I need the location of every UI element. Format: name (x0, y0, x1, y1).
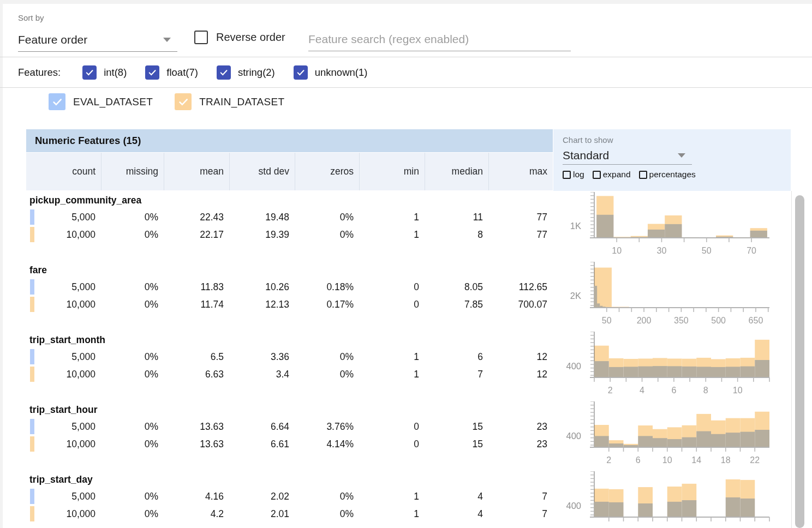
x-axis-label: 50 (702, 246, 712, 255)
x-axis-label: 6 (671, 386, 676, 395)
legend-swatch-eval (30, 279, 34, 295)
stat-median: 7.85 (425, 296, 488, 313)
checkmark-icon (85, 68, 94, 77)
stat-zeros: 4.14% (295, 435, 359, 453)
page-top-border (0, 0, 812, 4)
stat-min: 1 (359, 505, 425, 523)
chart-toggle-expand[interactable]: expand (593, 170, 631, 179)
feature-type-checkbox-unknown1[interactable]: unknown(1) (294, 65, 368, 80)
stat-max: 7 (488, 505, 553, 523)
scrollbar[interactable] (795, 195, 804, 528)
feature-row-eval_dataset: 5,0000%22.4319.480%11177 (26, 208, 553, 226)
stat-min: 0 (359, 296, 425, 313)
feature-row-train_dataset: 10,0000%6.633.40%1712 (26, 365, 553, 383)
feature-block-fare: fare5,0000%11.8310.260.18%08.05112.6510,… (26, 262, 553, 332)
checkbox-checked-icon (49, 93, 65, 110)
stat-median: 15 (425, 418, 488, 435)
stat-max: 77 (488, 208, 553, 226)
feature-row-eval_dataset: 5,0000%11.8310.260.18%08.05112.65 (26, 278, 553, 296)
stat-min: 1 (359, 365, 425, 383)
stat-missing: 0% (101, 348, 164, 365)
stat-zeros: 0% (295, 365, 359, 383)
legend-swatch-eval (30, 419, 34, 434)
histogram-fare[interactable]: 2K50200350500650 (557, 262, 791, 331)
toolbar-divider (0, 57, 812, 57)
stat-zeros: 0% (295, 505, 359, 523)
stat-zeros: 0% (295, 208, 359, 226)
stat-min: 0 (359, 418, 425, 435)
stat-count: 10,000 (26, 296, 101, 313)
feature-search-field (308, 27, 571, 51)
x-axis-label: 30 (657, 246, 667, 255)
stat-median: 4 (425, 505, 488, 523)
x-axis-label: 650 (749, 316, 763, 325)
legend-swatch-train (30, 367, 34, 382)
feature-name: trip_start_hour (26, 401, 553, 418)
stat-mean: 22.43 (164, 208, 229, 226)
dataset-checkbox-eval_dataset[interactable]: EVAL_DATASET (49, 93, 153, 110)
histogram-trip_start_day[interactable]: 400 (557, 471, 791, 528)
sort-by-label: Sort by (18, 13, 44, 22)
feature-block-trip_start_hour: trip_start_hour5,0000%13.636.643.76%0152… (26, 401, 553, 471)
content-right-border (791, 191, 792, 528)
chart-toggle-log[interactable]: log (563, 170, 584, 179)
x-axis-label: 8 (703, 386, 708, 395)
stat-max: 23 (488, 435, 553, 453)
histogram-chart[interactable]: 4002610141822 (557, 401, 791, 469)
histogram-pickup_community_area[interactable]: 1K10305070 (557, 192, 791, 261)
stat-max: 77 (488, 226, 553, 243)
legend-swatch-train (30, 436, 34, 452)
stat-std-dev: 2.01 (229, 505, 295, 523)
histogram-chart[interactable]: 2K50200350500650 (557, 262, 791, 329)
numeric-features-header: Numeric Features (15) (26, 129, 553, 152)
histogram-chart[interactable]: 400 (557, 471, 791, 528)
stat-mean: 4.2 (164, 505, 229, 523)
histogram-trip_start_month[interactable]: 400246810 (557, 332, 791, 401)
feature-row-eval_dataset: 5,0000%13.636.643.76%01523 (26, 418, 553, 435)
x-axis-label: 350 (674, 316, 689, 325)
sort-by-select[interactable]: Feature order (18, 28, 177, 52)
reverse-order-checkbox[interactable]: Reverse order (194, 31, 285, 44)
stat-count: 5,000 (26, 418, 101, 435)
sort-by-value: Feature order (18, 33, 87, 46)
stat-zeros: 3.76% (295, 418, 359, 435)
histogram-trip_start_hour[interactable]: 4002610141822 (557, 401, 791, 471)
feature-name: trip_start_month (26, 332, 553, 348)
numeric-features-title: Numeric Features (15) (35, 135, 141, 147)
feature-type-checkbox-int8[interactable]: int(8) (82, 65, 127, 80)
stat-max: 112.65 (488, 278, 553, 296)
stat-median: 7 (425, 365, 488, 383)
x-axis-label: 6 (636, 455, 641, 465)
stat-missing: 0% (101, 418, 164, 435)
feature-name: fare (26, 262, 553, 278)
stat-median: 8.05 (425, 278, 488, 296)
x-axis-label: 10 (733, 386, 743, 395)
chart-type-select[interactable]: Standard (563, 146, 692, 165)
y-axis-label: 400 (566, 501, 581, 511)
y-axis-label: 400 (566, 361, 581, 371)
features-filter-label: Features: (18, 67, 61, 79)
feature-type-checkbox-string2[interactable]: string(2) (217, 65, 275, 80)
stat-max: 23 (488, 418, 553, 435)
page-left-border (0, 0, 3, 528)
feature-type-checkbox-float7[interactable]: float(7) (145, 65, 198, 80)
dataset-checkbox-train_dataset[interactable]: TRAIN_DATASET (175, 93, 284, 110)
feature-row-train_dataset: 10,0000%13.636.614.14%01523 (26, 435, 553, 453)
chart-toggle-label: expand (603, 170, 631, 179)
feature-block-trip_start_month: trip_start_month5,0000%6.53.360%161210,0… (26, 332, 553, 401)
histogram-chart[interactable]: 1K10305070 (557, 192, 791, 260)
stat-median: 8 (425, 226, 488, 243)
checkmark-icon (177, 96, 189, 108)
stat-std-dev: 3.4 (229, 365, 295, 383)
histogram-chart[interactable]: 400246810 (557, 332, 791, 399)
x-axis-label: 22 (750, 455, 760, 465)
chart-toggle-label: log (573, 170, 584, 179)
legend-swatch-eval (30, 349, 34, 364)
search-input[interactable] (308, 27, 571, 51)
stat-mean: 13.63 (164, 435, 229, 453)
stat-missing: 0% (101, 488, 164, 505)
stat-max: 700.07 (488, 296, 553, 313)
column-header-median: median (425, 153, 488, 190)
chart-toggle-percentages[interactable]: percentages (639, 170, 696, 179)
stat-median: 6 (425, 348, 488, 365)
